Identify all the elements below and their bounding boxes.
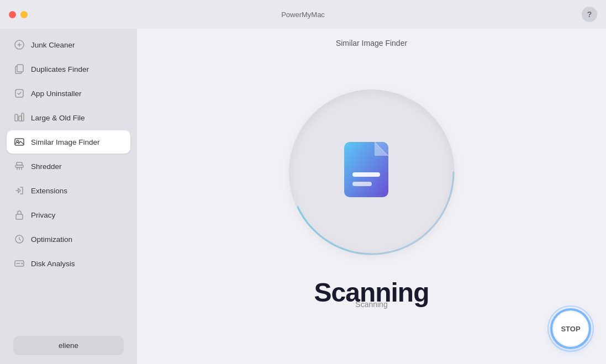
- sidebar-label-duplicates-finder: Duplicates Finder: [31, 65, 89, 73]
- sidebar-label-optimization: Optimization: [31, 235, 72, 244]
- main-layout: Junk Cleaner Duplicates Finder App Unins…: [0, 29, 606, 364]
- document-icon: [341, 136, 402, 208]
- section-title: Similar Image Finder: [336, 39, 407, 48]
- sidebar-item-large-old-file[interactable]: Large & Old File: [7, 106, 130, 129]
- sidebar-item-duplicates-finder[interactable]: Duplicates Finder: [7, 57, 130, 81]
- sidebar-item-privacy[interactable]: Privacy: [7, 203, 130, 226]
- user-button[interactable]: eliene: [13, 336, 124, 355]
- circle-wrapper: [283, 84, 460, 261]
- user-section: eliene: [7, 331, 130, 360]
- duplicates-finder-icon: [13, 63, 25, 75]
- junk-cleaner-icon: [13, 39, 25, 51]
- sidebar-label-large-old-file: Large & Old File: [31, 114, 85, 122]
- sidebar-label-disk-analysis: Disk Analysis: [31, 260, 75, 268]
- extensions-icon: [13, 184, 25, 197]
- sidebar-item-app-uninstaller[interactable]: App Uninstaller: [7, 82, 130, 105]
- optimization-icon: [13, 233, 25, 245]
- sidebar-label-app-uninstaller: App Uninstaller: [31, 89, 82, 98]
- large-old-file-icon: [13, 112, 25, 124]
- sidebar-label-privacy: Privacy: [31, 211, 55, 219]
- content-area: Similar Image Finder: [137, 29, 606, 364]
- sidebar-item-shredder[interactable]: Shredder: [7, 155, 130, 178]
- app-uninstaller-icon: [13, 87, 25, 99]
- minimize-button[interactable]: [20, 11, 28, 18]
- svg-rect-7: [15, 139, 24, 145]
- svg-point-13: [22, 263, 23, 265]
- close-button[interactable]: [9, 11, 16, 18]
- similar-image-finder-icon: [13, 136, 25, 148]
- sidebar-label-similar-image-finder: Similar Image Finder: [31, 138, 100, 146]
- sidebar-label-shredder: Shredder: [31, 162, 62, 171]
- help-button[interactable]: ?: [582, 7, 597, 22]
- titlebar: PowerMyMac ?: [0, 0, 606, 29]
- privacy-icon: [13, 209, 25, 221]
- sidebar: Junk Cleaner Duplicates Finder App Unins…: [0, 29, 137, 364]
- disk-analysis-icon: [13, 257, 25, 270]
- sidebar-item-extensions[interactable]: Extensions: [7, 179, 130, 202]
- app-title: PowerMyMac: [281, 10, 325, 19]
- sidebar-item-junk-cleaner[interactable]: Junk Cleaner: [7, 33, 130, 56]
- traffic-lights: [9, 11, 28, 18]
- sidebar-item-similar-image-finder[interactable]: Similar Image Finder: [7, 130, 130, 154]
- sidebar-item-disk-analysis[interactable]: Disk Analysis: [7, 252, 130, 275]
- svg-rect-4: [15, 114, 18, 121]
- svg-rect-17: [352, 182, 372, 186]
- sidebar-label-extensions: Extensions: [31, 187, 67, 195]
- svg-rect-6: [22, 113, 24, 121]
- shredder-icon: [13, 160, 25, 172]
- svg-rect-10: [17, 162, 22, 165]
- svg-rect-11: [16, 214, 23, 219]
- stop-button[interactable]: STOP: [552, 310, 589, 347]
- scanning-subtitle: Scanning: [355, 300, 387, 309]
- sidebar-item-optimization[interactable]: Optimization: [7, 228, 130, 251]
- svg-rect-16: [352, 172, 380, 177]
- svg-rect-2: [17, 65, 23, 72]
- sidebar-label-junk-cleaner: Junk Cleaner: [31, 41, 75, 49]
- text-block: Scanning Scanning: [314, 277, 429, 309]
- scan-container: Scanning Scanning: [283, 84, 460, 309]
